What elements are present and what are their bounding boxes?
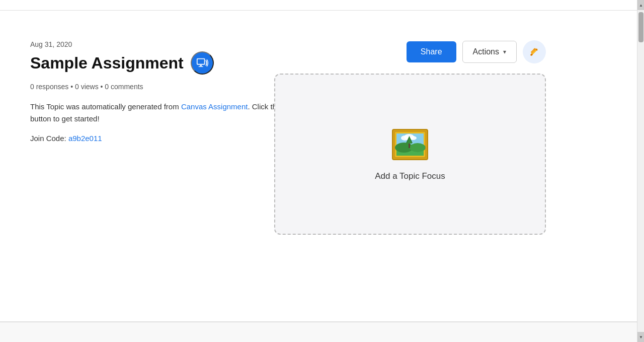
record-icon [196,56,209,70]
share-button[interactable]: Share [407,41,456,62]
topic-focus-label: Add a Topic Focus [375,171,445,181]
scrollbar: ▲ ▼ [637,0,644,342]
scrollbar-track [637,10,644,332]
svg-rect-1 [197,59,204,64]
main-content: Aug 31, 2020 Sample Assignment 0 respo [0,10,576,235]
title-row: Sample Assignment [30,51,314,75]
svg-rect-3 [198,66,203,67]
record-button[interactable] [191,51,214,75]
join-code-link[interactable]: a9b2e011 [68,134,102,143]
bottom-bar [0,322,637,342]
chevron-down-icon: ▾ [503,48,506,55]
actions-label: Actions [473,47,499,56]
scrollbar-thumb[interactable] [638,12,643,42]
actions-button[interactable]: Actions ▾ [462,41,517,63]
edit-button[interactable] [523,40,546,63]
description-prefix: This Topic was automatically generated f… [30,102,181,111]
assignment-date: Aug 31, 2020 [30,40,314,48]
stats-row: 0 responses • 0 views • 0 comments [30,83,314,91]
svg-point-8 [531,54,533,56]
scroll-up-arrow[interactable]: ▲ [637,0,644,10]
join-code-label: Join Code: [30,134,68,143]
assignment-title: Sample Assignment [30,54,184,73]
action-buttons-row: Share Actions ▾ [407,40,546,63]
topic-focus-box[interactable]: Add a Topic Focus [274,74,546,235]
description-text: This Topic was automatically generated f… [30,101,314,125]
top-divider [0,10,644,11]
canvas-assignment-link[interactable]: Canvas Assignment [181,102,248,111]
pencil-icon [529,46,540,57]
landscape-painting-svg [390,127,430,162]
scroll-down-arrow[interactable]: ▼ [637,332,644,342]
join-code-row: Join Code: a9b2e011 [30,134,314,143]
right-panel: Share Actions ▾ [335,40,546,235]
svg-rect-2 [200,65,202,66]
svg-point-19 [410,143,426,152]
topic-focus-icon [390,127,430,162]
